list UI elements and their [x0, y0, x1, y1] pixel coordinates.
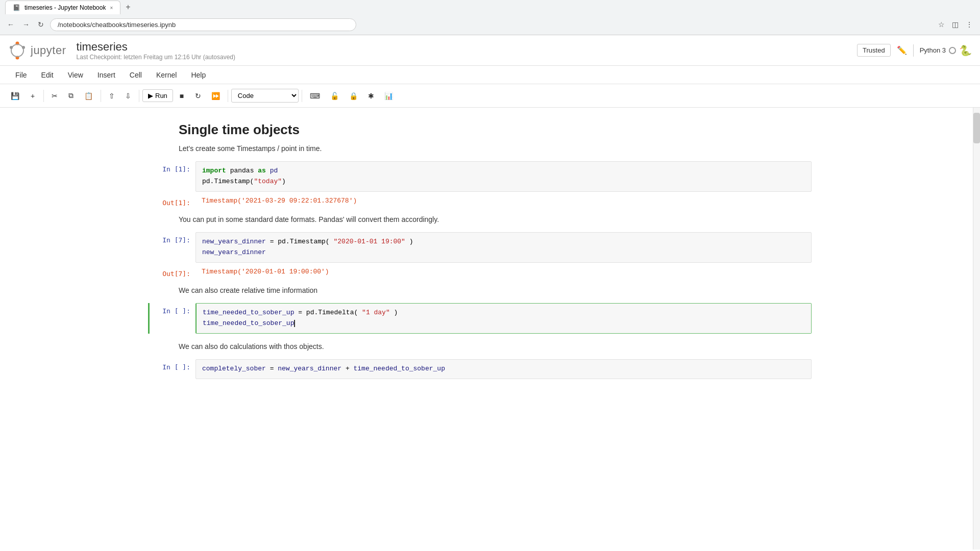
url-bar[interactable]: /notebooks/cheatbooks/timeseries.ipynb [50, 18, 356, 31]
save-button[interactable]: 💾 [6, 89, 24, 103]
svg-point-3 [10, 46, 13, 49]
checkpoint-text: Last Checkpoint: letzten Freitag um 12:1… [77, 54, 236, 61]
lock-button[interactable]: 🔓 [326, 89, 344, 103]
code-cell-1-input[interactable]: import pandas as pd pd.Timestamp("today"… [195, 161, 812, 192]
kernel-name: Python 3 [920, 46, 946, 54]
notebook-title-area: timeseries Last Checkpoint: letzten Frei… [77, 40, 236, 61]
menu-insert[interactable]: Insert [90, 67, 122, 83]
menu-view[interactable]: View [61, 67, 90, 83]
code-cell-2-in: In [7]: new_years_dinner = pd.Timestamp(… [148, 232, 812, 263]
run-label: Run [155, 92, 167, 99]
code-line-2: new_years_dinner [202, 247, 805, 258]
menu-help[interactable]: Help [184, 67, 213, 83]
cell-1-out-label: Out[1]: [150, 195, 195, 207]
code-line-1: new_years_dinner = pd.Timestamp( "2020-0… [202, 237, 805, 247]
relative-paragraph: We can also create relative time informa… [179, 285, 812, 296]
toolbar-divider-2 [101, 90, 101, 102]
lock2-button[interactable]: 🔒 [345, 89, 362, 103]
active-tab[interactable]: 📓 timeseries - Jupyter Notebook × [5, 1, 120, 14]
code-cell-3-in: In [ ]: time_needed_to_sober_up = pd.Tim… [148, 303, 812, 334]
toolbar: 💾 + ✂ ⧉ 📋 ⇧ ⇩ ▶ Run ■ ↻ ⏩ Code Markdown … [0, 84, 980, 108]
code-cell-2-input[interactable]: new_years_dinner = pd.Timestamp( "2020-0… [195, 232, 812, 263]
notebook-content: Single time objects Let's create some Ti… [0, 108, 980, 549]
cell-1-in-label: In [1]: [150, 161, 195, 173]
code-line-1: time_needed_to_sober_up = pd.Timedelta( … [203, 308, 805, 318]
intro-paragraph: Let's create some Timestamps / point in … [179, 143, 812, 154]
restart-run-button[interactable]: ⏩ [207, 89, 225, 103]
code-cell-1-in: In [1]: import pandas as pd pd.Timestamp… [148, 161, 812, 192]
cut-button[interactable]: ✂ [47, 89, 62, 103]
svg-point-2 [11, 44, 23, 57]
middle-paragraph: You can put in some standard date format… [179, 214, 812, 225]
code-cell-4-in: In [ ]: completely_sober = new_years_din… [148, 359, 812, 379]
cell-type-select[interactable]: Code Markdown Raw NBConvert [231, 89, 299, 103]
browser-chrome: 📓 timeseries - Jupyter Notebook × + ← → … [0, 0, 980, 35]
code-cell-3-input[interactable]: time_needed_to_sober_up = pd.Timedelta( … [195, 303, 812, 334]
extension-icon[interactable]: ◫ [950, 18, 961, 31]
scrollbar-thumb[interactable] [973, 113, 980, 143]
calc-paragraph: We can also do calculations with thos ob… [179, 341, 812, 352]
kw-import: import [202, 167, 226, 174]
new-tab-button[interactable]: + [122, 0, 133, 14]
move-down-button[interactable]: ⇩ [120, 89, 136, 103]
var-pd: pd [270, 167, 278, 174]
code-line-1: import pandas as pd [202, 166, 805, 177]
section-heading-cell: Single time objects Let's create some Ti… [148, 118, 812, 158]
code-cell-4-input[interactable]: completely_sober = new_years_dinner + ti… [195, 359, 812, 379]
keyboard-shortcuts-button[interactable]: ⌨ [305, 89, 325, 103]
middle-text-cell: You can put in some standard date format… [148, 210, 812, 229]
reload-button[interactable]: ↻ [36, 18, 46, 31]
code-cell-2-out: Out[7]: Timestamp('2020-01-01 19:00:00') [148, 266, 812, 278]
interrupt-button[interactable]: ■ [174, 89, 189, 103]
forward-button[interactable]: → [20, 18, 32, 31]
python-logo-icon: 🐍 [959, 44, 972, 57]
jupyter-wordmark: jupyter [31, 44, 66, 57]
tab-title: timeseries - Jupyter Notebook [24, 4, 106, 11]
header-right: Trusted ✏️ Python 3 🐍 [857, 44, 972, 57]
menu-kernel[interactable]: Kernel [149, 67, 184, 83]
copy-button[interactable]: ⧉ [63, 89, 79, 103]
add-cell-button[interactable]: + [25, 89, 40, 103]
cell-3-in-label: In [ ]: [150, 303, 195, 315]
menu-file[interactable]: File [8, 67, 34, 83]
toolbar-divider-3 [139, 90, 139, 102]
kernel-status-circle [949, 47, 956, 54]
run-icon: ▶ [148, 92, 153, 99]
menu-icon[interactable]: ⋮ [964, 18, 975, 31]
edit-icon-button[interactable]: ✏️ [897, 45, 907, 55]
paste-button[interactable]: 📋 [80, 89, 97, 103]
svg-point-4 [22, 46, 25, 49]
menu-cell[interactable]: Cell [122, 67, 149, 83]
code-line-2: pd.Timestamp("today") [202, 177, 805, 187]
run-button[interactable]: ▶ Run [142, 89, 173, 102]
cell-4-in-label: In [ ]: [150, 359, 195, 371]
jupyter-header: jupyter timeseries Last Checkpoint: letz… [0, 35, 980, 66]
kernel-info: Python 3 🐍 [913, 44, 972, 57]
close-tab-icon[interactable]: × [110, 5, 113, 11]
chart-button[interactable]: 📊 [380, 89, 398, 103]
move-up-button[interactable]: ⇧ [104, 89, 119, 103]
scrollbar-track [973, 108, 980, 549]
cell-2-out-label: Out[7]: [150, 266, 195, 278]
back-button[interactable]: ← [5, 18, 16, 31]
toolbar-divider-5 [302, 90, 302, 102]
code-line-1: completely_sober = new_years_dinner + ti… [202, 364, 805, 374]
notebook-name[interactable]: timeseries [77, 40, 236, 54]
calc-text-cell: We can also do calculations with thos ob… [148, 337, 812, 356]
jupyter-logo-icon [8, 41, 27, 60]
kw-as: as [258, 167, 266, 174]
browser-toolbar-right: ☆ ◫ ⋮ [936, 18, 975, 31]
trusted-button[interactable]: Trusted [857, 44, 891, 57]
extension-button[interactable]: ✱ [363, 89, 379, 103]
restart-button[interactable]: ↻ [190, 89, 206, 103]
bookmark-star-icon[interactable]: ☆ [936, 18, 947, 31]
relative-text-cell: We can also create relative time informa… [148, 281, 812, 300]
tab-favicon: 📓 [13, 4, 20, 11]
toolbar-divider-4 [228, 90, 228, 102]
cell-1-output: Timestamp('2021-03-29 09:22:01.327678') [195, 195, 812, 207]
tab-bar: 📓 timeseries - Jupyter Notebook × + [0, 0, 980, 14]
var-new-years: new_years_dinner [202, 238, 266, 245]
cursor [294, 320, 295, 327]
menu-edit[interactable]: Edit [34, 67, 61, 83]
cell-2-output: Timestamp('2020-01-01 19:00:00') [195, 266, 812, 278]
